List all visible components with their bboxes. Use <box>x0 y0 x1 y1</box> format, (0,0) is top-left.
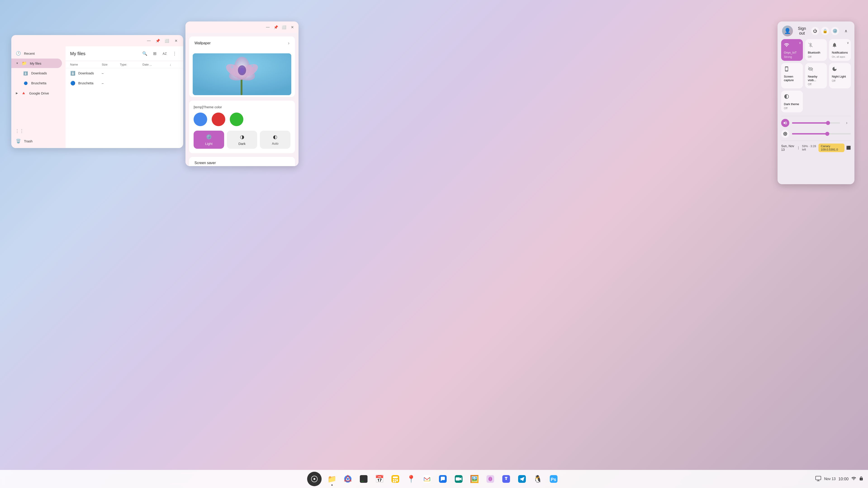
onyx-iot-expand-icon: ∨ <box>799 41 801 44</box>
taskbar-telegram[interactable] <box>515 472 529 486</box>
qs-tile-bluetooth[interactable]: Bluetooth Off <box>805 39 827 61</box>
taskbar-calculator[interactable] <box>388 472 403 486</box>
qs-tile-onyx-iot[interactable]: ∨ Onyx_IoT Strong <box>781 39 803 61</box>
volume-expand-button[interactable]: › <box>843 119 851 127</box>
qs-header: 👤 Sign out ⏻ 🔒 ⚙️ ∧ <box>778 22 855 39</box>
svg-rect-31 <box>423 475 431 483</box>
qs-tile-screen-capture[interactable]: Screen capture <box>781 63 803 88</box>
maximize-button[interactable]: ⬜ <box>164 38 169 43</box>
settings-minimize-button[interactable]: — <box>265 24 271 30</box>
wallpaper-row[interactable]: Wallpaper › <box>189 36 295 50</box>
taskbar-peanut[interactable] <box>483 472 498 486</box>
qs-tiles-grid: ∨ Onyx_IoT Strong Bluetooth <box>778 39 855 115</box>
settings-window: — 📌 ⬜ ✕ Wallpaper › <box>185 22 299 166</box>
color-green[interactable] <box>230 112 243 126</box>
settings-pin-button[interactable]: 📌 <box>273 24 279 30</box>
screen-capture-icon <box>784 66 800 73</box>
table-row[interactable]: 🔵 Bruschetta – <box>66 78 183 88</box>
taskbar-photoshop[interactable]: Ps <box>547 472 561 486</box>
avatar-image: 👤 <box>784 28 791 34</box>
header-actions: 🔍 ⊞ AZ ⋮ <box>141 50 179 58</box>
brightness-icon[interactable] <box>781 130 789 138</box>
volume-icon[interactable] <box>781 119 789 127</box>
wallpaper-preview-area <box>189 50 295 95</box>
sidebar-recent-label: Recent <box>24 52 35 55</box>
auto-mode-button[interactable]: ◐ Auto <box>260 131 290 149</box>
dark-mode-button[interactable]: ◑ Dark <box>227 131 257 149</box>
more-button[interactable]: ⋮ <box>170 50 179 58</box>
taskbar-date: Nov 13 <box>824 477 836 481</box>
sidebar-item-google-drive[interactable]: ▶ 🔺 Google Drive <box>11 88 62 98</box>
trash-icon: 🗑️ <box>16 138 21 143</box>
settings-content: Wallpaper › <box>185 33 299 166</box>
light-mode-button[interactable]: ⚙️ Light <box>194 131 224 149</box>
taskbar-meet[interactable] <box>452 472 466 486</box>
search-button[interactable]: 🔍 <box>141 50 149 58</box>
settings-maximize-button[interactable]: ⬜ <box>281 24 287 30</box>
google-drive-icon: 🔺 <box>21 91 26 96</box>
brightness-slider[interactable] <box>792 133 851 134</box>
file-manager-titlebar: — 📌 ⬜ ✕ <box>11 35 183 46</box>
more-options-icon[interactable]: ⋮⋮ <box>15 128 24 134</box>
sidebar-item-trash[interactable]: 🗑️ Trash <box>11 136 62 146</box>
qs-tile-nearby[interactable]: Nearby visib... Off <box>805 63 827 88</box>
taskbar-right: Nov 13 10:00 <box>815 475 864 483</box>
dark-theme-icon <box>784 94 800 101</box>
color-red[interactable] <box>212 112 225 126</box>
settings-section-theme: [temp]Theme color ⚙️ Light ◑ Dark <box>189 101 295 153</box>
downloads-row-name: Downloads <box>78 71 94 75</box>
sidebar-item-bruschetta[interactable]: 🔵 Bruschetta <box>11 78 62 88</box>
file-name-downloads: ⬇️ Downloads <box>70 70 102 76</box>
svg-point-9 <box>231 65 233 68</box>
sidebar-bruschetta-label: Bruschetta <box>31 82 46 85</box>
taskbar-terminal[interactable]: _ <box>356 472 371 486</box>
volume-thumb[interactable] <box>826 121 830 125</box>
qs-tile-dark-theme[interactable]: Dark theme Off <box>781 91 803 112</box>
version-label: Canary 109.0.5391.0 <box>821 144 838 151</box>
minimize-button[interactable]: — <box>146 38 152 43</box>
taskbar-time[interactable]: 10:00 <box>838 477 848 482</box>
taskbar-calendar[interactable]: 📅 <box>372 472 387 486</box>
taskbar-maps[interactable]: 📍 <box>404 472 418 486</box>
volume-slider[interactable] <box>792 122 840 124</box>
qs-tile-notifications[interactable]: ∨ Notifications On, all apps <box>829 39 851 61</box>
table-row[interactable]: ⬇️ Downloads – <box>66 68 183 78</box>
taskbar-chrome[interactable] <box>341 472 355 486</box>
taskbar-photos[interactable]: 🖼️ <box>467 472 482 486</box>
qs-tile-night-light[interactable]: Night Light Off <box>829 63 851 88</box>
theme-color-label: [temp]Theme color <box>194 105 290 109</box>
settings-button[interactable]: ⚙️ <box>831 27 839 35</box>
launcher-button[interactable] <box>307 472 321 486</box>
svg-text:Ps: Ps <box>551 477 556 482</box>
taskbar-gmail[interactable] <box>420 472 434 486</box>
sign-out-label[interactable]: Sign out <box>796 26 808 36</box>
dark-theme-sub: Off <box>784 107 800 110</box>
lock-button[interactable]: 🔒 <box>821 27 829 35</box>
sidebar-my-files-label: My files <box>30 62 41 65</box>
brightness-thumb[interactable] <box>825 132 829 136</box>
file-table-header: Name Size Type: Date ... ↓ <box>66 61 183 68</box>
sidebar-item-downloads[interactable]: ⬇️ Downloads <box>11 68 62 78</box>
taskbar-files[interactable]: 📁 <box>325 472 339 486</box>
qs-expand-toggle[interactable]: ∧ <box>842 27 850 35</box>
volume-fill <box>792 122 828 124</box>
sidebar-item-my-files[interactable]: ▼ 📁 My files <box>11 59 62 68</box>
settings-titlebar: — 📌 ⬜ ✕ <box>185 22 299 33</box>
color-blue[interactable] <box>194 112 207 126</box>
taskbar-chat[interactable] <box>436 472 450 486</box>
taskbar: 📁 _ 📅 <box>0 470 868 488</box>
power-button[interactable]: ⏻ <box>811 27 819 35</box>
downloads-icon: ⬇️ <box>23 71 28 76</box>
notifications-label: Notifications <box>832 51 848 55</box>
sort-button[interactable]: AZ <box>161 50 169 58</box>
taskbar-crostini[interactable]: 🐧 <box>531 472 545 486</box>
taskbar-discord[interactable] <box>499 472 514 486</box>
qs-divider-1 <box>781 116 851 116</box>
pin-button[interactable]: 📌 <box>155 38 161 43</box>
grid-view-button[interactable]: ⊞ <box>151 50 159 58</box>
close-button[interactable]: ✕ <box>173 38 179 43</box>
bluetooth-label: Bluetooth <box>808 51 824 55</box>
settings-close-button[interactable]: ✕ <box>289 24 295 30</box>
my-files-expander: ▼ <box>16 62 19 65</box>
sidebar-item-recent[interactable]: 🕐 Recent <box>11 48 62 58</box>
